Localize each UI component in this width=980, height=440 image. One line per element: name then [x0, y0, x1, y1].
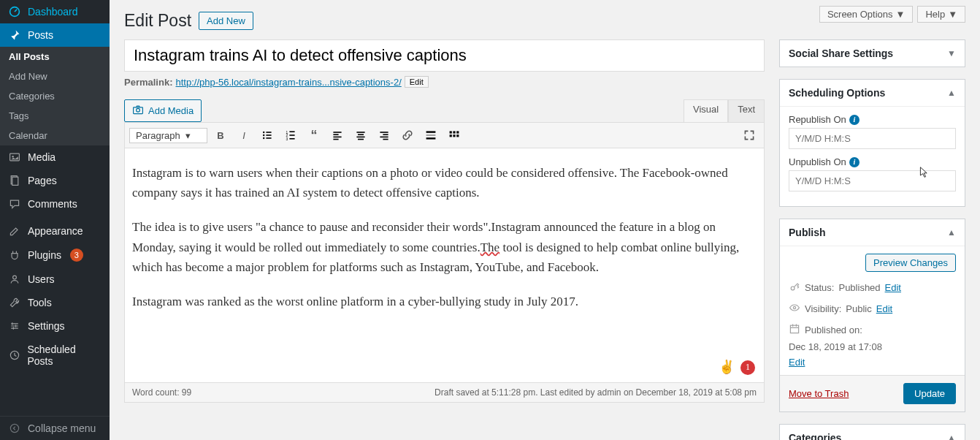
sidebar-sub-add-new[interactable]: Add New — [0, 67, 110, 86]
svg-point-11 — [263, 134, 264, 136]
metabox-toggle[interactable]: Publish ▲ — [780, 219, 965, 246]
emoji-icon: ✌️ — [719, 357, 735, 378]
update-button[interactable]: Update — [903, 383, 956, 404]
info-icon[interactable]: i — [849, 115, 860, 125]
svg-rect-4 — [12, 177, 18, 185]
svg-rect-30 — [380, 132, 388, 133]
svg-point-2 — [12, 156, 13, 157]
chevron-down-icon: ▼ — [948, 9, 957, 20]
svg-rect-13 — [266, 132, 271, 133]
republish-input[interactable] — [789, 128, 956, 149]
paragraph: The idea is to give users "a chance to p… — [132, 217, 757, 277]
svg-rect-27 — [358, 134, 364, 135]
metabox-toggle[interactable]: Scheduling Options ▲ — [780, 80, 965, 107]
editor-content[interactable]: Instagram is to warn users when their ca… — [125, 148, 764, 382]
svg-rect-21 — [289, 138, 294, 140]
visibility-label: Visibility: — [805, 303, 841, 314]
help-button[interactable]: Help ▼ — [917, 6, 965, 23]
permalink-url[interactable]: http://php-56.local/instagram-trains...n… — [175, 77, 401, 88]
sidebar-item-users[interactable]: Users — [0, 268, 110, 291]
plugin-update-badge: 3 — [70, 249, 83, 262]
sidebar-sub-categories[interactable]: Categories — [0, 86, 110, 106]
sidebar-item-tools[interactable]: Tools — [0, 291, 110, 314]
settings-icon — [7, 320, 22, 332]
unpublish-input[interactable] — [789, 170, 956, 191]
svg-point-5 — [13, 276, 17, 279]
sidebar-item-plugins[interactable]: Plugins 3 — [0, 243, 110, 268]
sidebar-label: Plugins — [28, 249, 61, 261]
sidebar-item-settings[interactable]: Settings — [0, 314, 110, 338]
readmore-button[interactable] — [421, 126, 441, 145]
format-select[interactable]: Paragraph ▾ — [129, 128, 207, 143]
tools-icon — [7, 297, 22, 308]
info-icon[interactable]: i — [849, 157, 860, 167]
pin-icon — [7, 29, 22, 41]
svg-rect-33 — [383, 139, 388, 140]
svg-rect-29 — [358, 139, 364, 140]
link-button[interactable] — [397, 126, 418, 145]
svg-rect-38 — [453, 131, 455, 133]
admin-sidebar: Dashboard Posts All Posts Add New Catego… — [0, 0, 110, 440]
editor-wrap: Paragraph ▾ B I 123 “ — [124, 122, 765, 403]
sidebar-sub-all-posts[interactable]: All Posts — [0, 47, 110, 67]
sidebar-label: Dashboard — [28, 6, 78, 18]
sidebar-item-media[interactable]: Media — [0, 145, 110, 169]
tab-text[interactable]: Text — [728, 99, 765, 122]
bold-button[interactable]: B — [210, 126, 231, 145]
sidebar-item-pages[interactable]: Pages — [0, 169, 110, 192]
bullet-list-button[interactable] — [257, 126, 277, 145]
svg-rect-22 — [333, 132, 341, 133]
svg-rect-41 — [453, 134, 455, 137]
toolbar-toggle-button[interactable] — [444, 126, 464, 145]
sidebar-label: Tools — [28, 297, 52, 308]
main-content: Screen Options ▼ Help ▼ Edit Post Add Ne… — [110, 0, 980, 440]
add-media-button[interactable]: Add Media — [124, 99, 202, 122]
svg-rect-39 — [456, 131, 459, 133]
post-title-input[interactable] — [124, 39, 765, 72]
distraction-free-button[interactable] — [739, 126, 759, 145]
blockquote-button[interactable]: “ — [304, 126, 324, 145]
collapse-menu-button[interactable]: Collapse menu — [0, 416, 110, 440]
sidebar-item-posts[interactable]: Posts — [0, 23, 110, 47]
italic-button[interactable]: I — [234, 126, 254, 145]
svg-rect-24 — [333, 137, 341, 138]
add-new-button[interactable]: Add New — [199, 12, 253, 30]
chevron-up-icon: ▲ — [947, 433, 956, 440]
paragraph: Instagram is to warn users when their ca… — [132, 163, 757, 202]
collapse-label: Collapse menu — [28, 422, 96, 434]
align-center-button[interactable] — [351, 126, 371, 145]
svg-rect-20 — [289, 134, 294, 136]
sidebar-item-appearance[interactable]: Appearance — [0, 219, 110, 243]
metabox-social-share: Social Share Settings ▼ — [779, 39, 965, 67]
screen-options-button[interactable]: Screen Options ▼ — [819, 6, 913, 23]
tab-visual[interactable]: Visual — [684, 99, 728, 122]
sidebar-item-dashboard[interactable]: Dashboard — [0, 0, 110, 23]
sidebar-item-comments[interactable]: Comments — [0, 192, 110, 216]
metabox-scheduling: Scheduling Options ▲ Republish Oni Unpub… — [779, 79, 965, 207]
svg-rect-26 — [356, 132, 364, 133]
metabox-toggle[interactable]: Categories ▲ — [780, 425, 965, 440]
permalink-edit-button[interactable]: Edit — [405, 76, 429, 88]
sidebar-sub-calendar[interactable]: Calendar — [0, 126, 110, 145]
dashboard-icon — [7, 6, 22, 18]
numbered-list-button[interactable]: 123 — [280, 126, 301, 145]
svg-rect-37 — [450, 131, 452, 133]
align-right-button[interactable] — [374, 126, 394, 145]
svg-rect-31 — [383, 134, 388, 135]
calendar-icon — [789, 323, 800, 337]
svg-point-12 — [263, 137, 264, 139]
media-icon — [7, 151, 22, 163]
camera-icon — [132, 104, 144, 118]
edit-visibility-link[interactable]: Edit — [876, 303, 892, 314]
metabox-toggle[interactable]: Social Share Settings ▼ — [780, 40, 965, 67]
republish-label: Republish On — [789, 114, 846, 125]
align-left-button[interactable] — [327, 126, 348, 145]
sidebar-sub-tags[interactable]: Tags — [0, 106, 110, 126]
preview-changes-button[interactable]: Preview Changes — [865, 254, 956, 272]
svg-rect-19 — [289, 131, 294, 132]
sidebar-item-scheduled-posts[interactable]: Scheduled Posts — [0, 338, 110, 373]
edit-date-link[interactable]: Edit — [789, 357, 956, 368]
move-to-trash-link[interactable]: Move to Trash — [789, 388, 849, 399]
edit-status-link[interactable]: Edit — [885, 282, 901, 293]
sidebar-submenu-posts: All Posts Add New Categories Tags Calend… — [0, 47, 110, 145]
